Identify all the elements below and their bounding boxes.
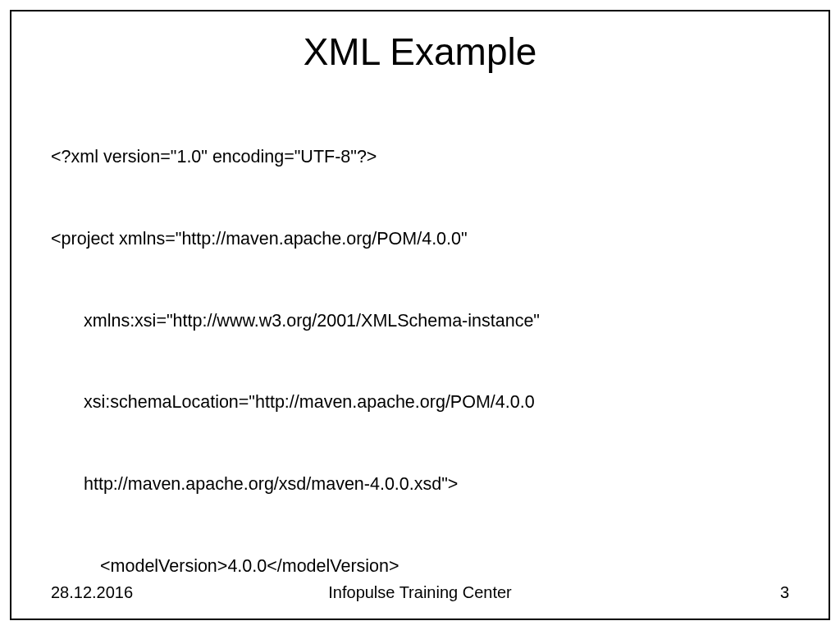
- code-line: xsi:schemaLocation="http://maven.apache.…: [51, 389, 789, 416]
- code-block: <?xml version="1.0" encoding="UTF-8"?> <…: [51, 89, 789, 630]
- code-line: <project xmlns="http://maven.apache.org/…: [51, 226, 789, 253]
- slide: XML Example <?xml version="1.0" encoding…: [10, 10, 830, 620]
- slide-footer: 28.12.2016 Infopulse Training Center 3: [51, 583, 789, 602]
- code-line: xmlns:xsi="http://www.w3.org/2001/XMLSch…: [51, 308, 789, 335]
- footer-center: Infopulse Training Center: [51, 583, 789, 602]
- footer-page-number: 3: [780, 583, 789, 602]
- code-line: http://maven.apache.org/xsd/maven-4.0.0.…: [51, 471, 789, 498]
- code-line: <modelVersion>4.0.0</modelVersion>: [51, 553, 789, 580]
- slide-title: XML Example: [51, 30, 789, 74]
- code-line: <?xml version="1.0" encoding="UTF-8"?>: [51, 144, 789, 171]
- footer-date: 28.12.2016: [51, 583, 133, 602]
